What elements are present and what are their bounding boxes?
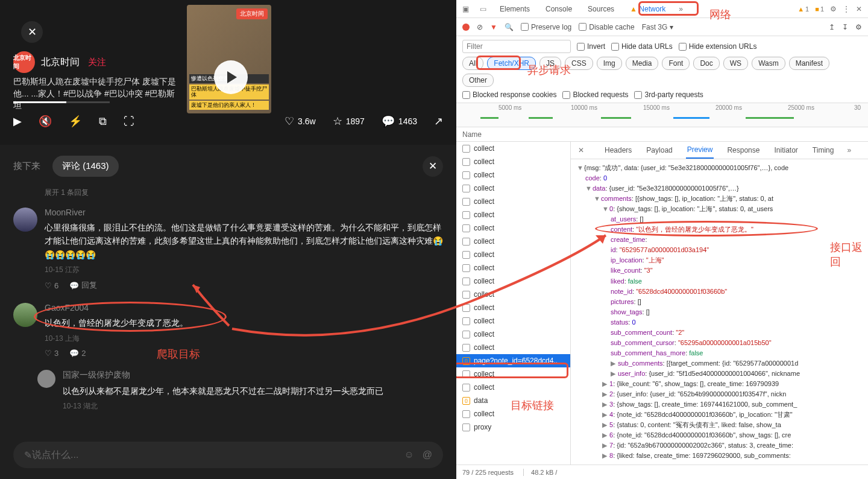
more-tabs-icon[interactable]: »: [847, 146, 851, 154]
reply-button[interactable]: 💬 2: [69, 349, 86, 358]
avatar[interactable]: [13, 303, 37, 327]
fav-stat[interactable]: ☆1897: [333, 115, 365, 128]
filter-chip-media[interactable]: Media: [626, 57, 659, 70]
request-row[interactable]: collect: [456, 328, 570, 341]
device-icon[interactable]: ▭: [480, 5, 486, 13]
tab-sources[interactable]: Sources: [585, 1, 617, 17]
pv-tab-response[interactable]: Response: [726, 142, 761, 158]
more-icon[interactable]: ⋮: [843, 5, 850, 13]
like-stat[interactable]: ♡3.6w: [285, 115, 316, 128]
filter-chip-doc[interactable]: Doc: [693, 57, 719, 70]
request-row[interactable]: collect: [456, 301, 570, 314]
tab-next[interactable]: 接下来: [13, 160, 40, 172]
tab-comments[interactable]: 评论 (1463): [52, 156, 119, 177]
record-button[interactable]: [462, 24, 470, 31]
comment-author[interactable]: GaoxF2004: [45, 303, 443, 312]
like-button[interactable]: ♡ 6: [45, 280, 58, 291]
third-party-checkbox[interactable]: 3rd-party requests: [634, 90, 703, 99]
json-preview[interactable]: ▼{msg: "成功", data: {user_id: "5e3e321800…: [571, 159, 868, 465]
disable-cache-checkbox[interactable]: Disable cache: [579, 23, 634, 31]
close-button[interactable]: ✕: [21, 21, 43, 43]
search-icon[interactable]: 🔍: [505, 23, 514, 31]
request-row[interactable]: collect: [456, 235, 570, 248]
request-row[interactable]: collect: [456, 261, 570, 274]
pv-tab-headers[interactable]: Headers: [603, 142, 633, 158]
close-devtools-icon[interactable]: ✕: [856, 5, 862, 13]
hide-ext-urls-checkbox[interactable]: Hide extension URLs: [679, 42, 757, 51]
follow-button[interactable]: 关注: [88, 57, 106, 68]
at-icon[interactable]: @: [423, 449, 432, 460]
request-row[interactable]: collect: [456, 142, 570, 155]
author-name[interactable]: 北京时间: [41, 56, 80, 69]
download-icon[interactable]: ↧: [842, 23, 848, 31]
filter-input[interactable]: [462, 40, 571, 53]
request-list[interactable]: collectcollectcollectcollectcollectcolle…: [456, 142, 571, 465]
request-row[interactable]: collect: [456, 155, 570, 168]
filter-chip-img[interactable]: Img: [597, 57, 622, 70]
request-row[interactable]: collect: [456, 221, 570, 235]
volume-icon[interactable]: 🔇: [39, 115, 52, 128]
request-row[interactable]: proxy: [456, 420, 570, 434]
reply-input[interactable]: ✎ 说点什么... ☺@: [13, 442, 443, 468]
request-row[interactable]: collect: [456, 288, 570, 301]
preserve-log-checkbox[interactable]: Preserve log: [521, 23, 571, 31]
pv-tab-payload[interactable]: Payload: [645, 142, 673, 158]
comment-author[interactable]: 国家一级保护废物: [63, 370, 443, 381]
share-icon[interactable]: ↗: [434, 115, 443, 128]
request-row[interactable]: {}page?note_id=6528dcd4..: [456, 354, 570, 367]
reply-button[interactable]: 💬 回复: [69, 280, 97, 291]
play-icon[interactable]: ▶: [13, 115, 22, 128]
request-row[interactable]: collect: [456, 381, 570, 394]
close-preview-icon[interactable]: ✕: [578, 146, 589, 154]
request-row[interactable]: collect: [456, 274, 570, 288]
progress-bar[interactable]: [13, 101, 110, 103]
filter-chip-other[interactable]: Other: [462, 74, 494, 87]
emoji-icon[interactable]: ☺: [404, 449, 414, 460]
request-row[interactable]: collect: [456, 248, 570, 261]
hide-data-urls-checkbox[interactable]: Hide data URLs: [611, 42, 673, 51]
request-row[interactable]: collect: [456, 314, 570, 328]
close-comments-button[interactable]: ✕: [423, 156, 443, 177]
filter-chip-js[interactable]: JS: [539, 57, 561, 70]
pv-tab-timing[interactable]: Timing: [811, 142, 835, 158]
blocked-cookies-checkbox[interactable]: Blocked response cookies: [462, 90, 556, 99]
fullscreen-icon[interactable]: ⛶: [124, 115, 134, 128]
request-row[interactable]: collect: [456, 195, 570, 208]
name-column-header[interactable]: Name: [462, 130, 862, 139]
clear-icon[interactable]: ⊘: [477, 23, 483, 31]
network-settings-icon[interactable]: ⚙: [855, 23, 862, 31]
request-row[interactable]: collect: [456, 407, 570, 420]
filter-chip-css[interactable]: CSS: [565, 57, 593, 70]
request-row[interactable]: collect: [456, 168, 570, 182]
tab-console[interactable]: Console: [543, 1, 574, 17]
author-avatar[interactable]: 北京时间: [13, 51, 35, 73]
request-row[interactable]: collect: [456, 341, 570, 354]
warning-badge[interactable]: ▲1: [797, 5, 809, 13]
waterfall-overview[interactable]: 5000 ms 10000 ms 15000 ms 20000 ms 25000…: [456, 103, 868, 127]
pv-tab-initiator[interactable]: Initiator: [773, 142, 799, 158]
filter-chip-wasm[interactable]: Wasm: [752, 57, 785, 70]
issue-badge[interactable]: ■1: [815, 5, 824, 13]
filter-chip-all[interactable]: All: [462, 57, 483, 70]
tab-network[interactable]: ▲ Network: [627, 1, 668, 17]
comment-author[interactable]: MoonRiver: [45, 208, 443, 217]
request-row[interactable]: collect: [456, 208, 570, 221]
filter-chip-manifest[interactable]: Manifest: [789, 57, 829, 70]
request-row[interactable]: {}data: [456, 394, 570, 407]
settings-icon[interactable]: ⚙: [830, 5, 837, 13]
tab-elements[interactable]: Elements: [497, 1, 532, 17]
video-thumbnail[interactable]: 北京时间 惨遭以色列空袭后 巴勒斯坦人跪在废墟中徒手挖尸体 废墟下是他们的亲人家…: [187, 5, 271, 113]
upload-icon[interactable]: ↥: [829, 23, 835, 31]
request-row[interactable]: collect: [456, 367, 570, 381]
like-button[interactable]: ♡ 3: [45, 349, 58, 358]
pip-icon[interactable]: ⧉: [99, 115, 107, 128]
comment-stat[interactable]: 💬1463: [382, 115, 417, 128]
speed-icon[interactable]: ⚡: [69, 115, 82, 128]
filter-toggle-icon[interactable]: ▼: [490, 23, 497, 31]
pv-tab-preview[interactable]: Preview: [686, 142, 714, 159]
play-button[interactable]: [214, 60, 248, 94]
inspect-icon[interactable]: ▣: [462, 5, 469, 13]
avatar[interactable]: [37, 370, 55, 388]
expand-replies[interactable]: 展开 1 条回复: [45, 188, 443, 198]
throttle-select[interactable]: Fast 3G ▾: [642, 23, 673, 31]
